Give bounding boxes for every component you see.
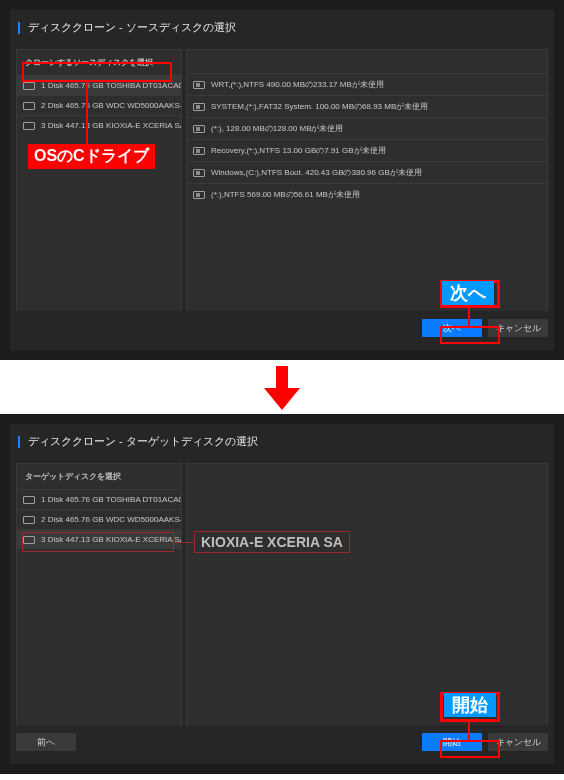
back-button[interactable]: 前へ	[16, 733, 76, 751]
source-list-header: クローンするソースディスクを選択	[17, 50, 181, 75]
partition-label: SYSTEM,(*:),FAT32 System. 100.00 MBの68.9…	[211, 101, 428, 112]
title-accent	[18, 436, 20, 448]
partition-icon	[193, 103, 205, 111]
start-button-label: 開始	[443, 736, 461, 749]
source-disk-list: クローンするソースディスクを選択 1 Disk 465.76 GB TOSHIB…	[16, 49, 182, 311]
partition-label: (*:), 128.00 MBの128.00 MBが未使用	[211, 123, 344, 134]
arrow-down-icon	[262, 366, 302, 410]
partition-list-header	[187, 464, 547, 487]
disk-icon	[23, 82, 35, 90]
cancel-button[interactable]: キャンセル	[488, 733, 548, 751]
target-list-header: ターゲットディスクを選択	[17, 464, 181, 489]
partition-row[interactable]: SYSTEM,(*:),FAT32 System. 100.00 MBの68.9…	[187, 95, 547, 117]
partition-row[interactable]: Recovery,(*:),NTFS 13.00 GBの7.91 GBが未使用	[187, 139, 547, 161]
partition-label: WRT,(*:),NTFS 490.00 MBの233.17 MBが未使用	[211, 79, 384, 90]
title-accent	[18, 22, 20, 34]
partition-label: Recovery,(*:),NTFS 13.00 GBの7.91 GBが未使用	[211, 145, 386, 156]
partition-list-header	[187, 50, 547, 73]
disk-label: 2 Disk 465.76 GB WDC WD5000AAKS-	[41, 515, 181, 524]
back-button-label: 前へ	[37, 736, 55, 749]
panel-title-row: ディスククローン - ソースディスクの選択	[10, 10, 554, 49]
page-title: ディスククローン - ターゲットディスクの選択	[28, 434, 258, 449]
disk-label: 3 Disk 447.13 GB KIOXIA-E XCERIA SA	[41, 121, 181, 130]
partition-label: (*:),NTFS 569.00 MBの56.61 MBが未使用	[211, 189, 360, 200]
cancel-button-label: キャンセル	[496, 736, 541, 749]
disk-label: 1 Disk 465.76 GB TOSHIBA DT01ACA0	[41, 495, 181, 504]
partition-icon	[193, 147, 205, 155]
disk-row[interactable]: 3 Disk 447.13 GB KIOXIA-E XCERIA SA	[17, 529, 181, 549]
partition-icon	[193, 169, 205, 177]
flow-arrow	[0, 360, 564, 414]
target-partition-list	[186, 463, 548, 725]
disk-row[interactable]: 2 Disk 465.76 GB WDC WD5000AAKS-	[17, 509, 181, 529]
partition-icon	[193, 125, 205, 133]
target-disk-list: ターゲットディスクを選択 1 Disk 465.76 GB TOSHIBA DT…	[16, 463, 182, 725]
disk-label: 3 Disk 447.13 GB KIOXIA-E XCERIA SA	[41, 535, 181, 544]
source-disk-panel: ディスククローン - ソースディスクの選択 クローンするソースディスクを選択 1…	[0, 0, 564, 360]
disk-row[interactable]: 1 Disk 465.76 GB TOSHIBA DT01ACA0	[17, 75, 181, 95]
partition-icon	[193, 191, 205, 199]
partition-row[interactable]: (*:), 128.00 MBの128.00 MBが未使用	[187, 117, 547, 139]
panel-title-row: ディスククローン - ターゲットディスクの選択	[10, 424, 554, 463]
button-row: 次へ キャンセル	[10, 311, 554, 337]
partition-row[interactable]: (*:),NTFS 569.00 MBの56.61 MBが未使用	[187, 183, 547, 205]
button-row: 前へ 開始 キャンセル	[10, 725, 554, 751]
disk-row[interactable]: 2 Disk 465.76 GB WDC WD5000AAKS-	[17, 95, 181, 115]
disk-icon	[23, 516, 35, 524]
cancel-button[interactable]: キャンセル	[488, 319, 548, 337]
disk-icon	[23, 102, 35, 110]
disk-icon	[23, 536, 35, 544]
partition-list: WRT,(*:),NTFS 490.00 MBの233.17 MBが未使用 SY…	[186, 49, 548, 311]
disk-label: 2 Disk 465.76 GB WDC WD5000AAKS-	[41, 101, 181, 110]
next-button-label: 次へ	[443, 322, 461, 335]
partition-icon	[193, 81, 205, 89]
disk-row[interactable]: 1 Disk 465.76 GB TOSHIBA DT01ACA0	[17, 489, 181, 509]
partition-label: Windows,(C:),NTFS Boot. 420.43 GBの380.96…	[211, 167, 422, 178]
target-disk-panel: ディスククローン - ターゲットディスクの選択 ターゲットディスクを選択 1 D…	[0, 414, 564, 774]
partition-row[interactable]: Windows,(C:),NTFS Boot. 420.43 GBの380.96…	[187, 161, 547, 183]
partition-row[interactable]: WRT,(*:),NTFS 490.00 MBの233.17 MBが未使用	[187, 73, 547, 95]
start-button[interactable]: 開始	[422, 733, 482, 751]
page-title: ディスククローン - ソースディスクの選択	[28, 20, 236, 35]
disk-label: 1 Disk 465.76 GB TOSHIBA DT01ACA0	[41, 81, 181, 90]
disk-row[interactable]: 3 Disk 447.13 GB KIOXIA-E XCERIA SA	[17, 115, 181, 135]
cancel-button-label: キャンセル	[496, 322, 541, 335]
next-button[interactable]: 次へ	[422, 319, 482, 337]
disk-icon	[23, 122, 35, 130]
disk-icon	[23, 496, 35, 504]
